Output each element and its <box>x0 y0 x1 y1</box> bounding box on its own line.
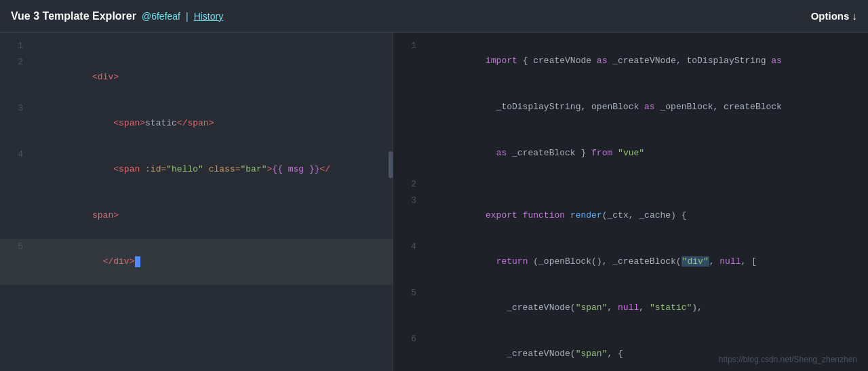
main: 1 2 <div> 3 <span>static</span> 4 <box>0 33 868 371</box>
editor-panel[interactable]: 1 2 <div> 3 <span>static</span> 4 <box>0 33 393 371</box>
editor-line-4: 4 <span :id="hello" class="bar">{{ msg }… <box>0 147 393 193</box>
editor-scrollbar[interactable] <box>389 151 393 178</box>
app-title: Vue 3 Template Explorer <box>11 10 136 22</box>
line-num-3: 3 <box>0 101 34 116</box>
line-content-4b: span> <box>34 193 393 238</box>
line-num-4: 4 <box>0 147 34 162</box>
output-line-1b: _toDisplayString, openBlock as _openBloc… <box>393 84 868 130</box>
output-line-5: 5 _createVNode("span", null, "static"), <box>393 285 868 331</box>
output-line-1: 1 import { createVNode as _createVNode, … <box>393 38 868 84</box>
header-separator: | <box>186 11 189 22</box>
out-content-1c: as _createBlock } from "vue" <box>427 131 868 176</box>
output-code: 1 import { createVNode as _createVNode, … <box>393 33 868 371</box>
at-link[interactable]: @6fefeaf <box>142 11 180 22</box>
output-line-1c: as _createBlock } from "vue" <box>393 130 868 176</box>
editor-line-5: 5 </div> <box>0 239 393 285</box>
editor-line-3: 3 <span>static</span> <box>0 100 393 147</box>
out-num-4: 4 <box>393 239 427 254</box>
out-num-6: 6 <box>393 332 427 347</box>
out-content-1b: _toDisplayString, openBlock as _openBloc… <box>427 85 868 130</box>
line-content-2: <div> <box>34 55 393 100</box>
cursor <box>135 256 140 267</box>
out-content-6: _createVNode("span", { <box>427 332 868 371</box>
output-line-6: 6 _createVNode("span", { <box>393 331 868 371</box>
out-num-2: 2 <box>393 177 427 192</box>
out-num-1: 1 <box>393 39 427 54</box>
line-num-2: 2 <box>0 55 34 70</box>
output-line-2: 2 <box>393 176 868 193</box>
editor-line-1: 1 <box>0 38 393 54</box>
out-content-1: import { createVNode as _createVNode, to… <box>427 39 868 83</box>
line-num-1: 1 <box>0 39 34 54</box>
out-content-5: _createVNode("span", null, "static"), <box>427 286 868 330</box>
line-content-5: </div> <box>34 239 393 284</box>
out-num-3: 3 <box>393 193 427 208</box>
line-num-5: 5 <box>0 239 34 254</box>
watermark: https://blog.csdn.net/Sheng_zhenzhen <box>719 355 857 364</box>
history-link[interactable]: History <box>194 11 224 22</box>
out-content-4: return (_openBlock(), _createBlock("div"… <box>427 239 868 284</box>
header: Vue 3 Template Explorer @6fefeaf | Histo… <box>0 0 868 33</box>
out-content-3: export function render(_ctx, _cache) { <box>427 193 868 238</box>
output-line-3: 3 export function render(_ctx, _cache) { <box>393 193 868 239</box>
options-button[interactable]: Options ↓ <box>811 10 857 22</box>
output-panel[interactable]: 1 import { createVNode as _createVNode, … <box>393 33 868 371</box>
output-line-4: 4 return (_openBlock(), _createBlock("di… <box>393 239 868 285</box>
header-left: Vue 3 Template Explorer @6fefeaf | Histo… <box>11 10 223 22</box>
editor-line-2: 2 <div> <box>0 54 393 100</box>
editor-line-4b: span> <box>0 193 393 239</box>
out-num-5: 5 <box>393 286 427 300</box>
editor-code: 1 2 <div> 3 <span>static</span> 4 <box>0 33 393 290</box>
line-content-4: <span :id="hello" class="bar">{{ msg }}<… <box>34 147 393 192</box>
line-content-3: <span>static</span> <box>34 101 393 146</box>
